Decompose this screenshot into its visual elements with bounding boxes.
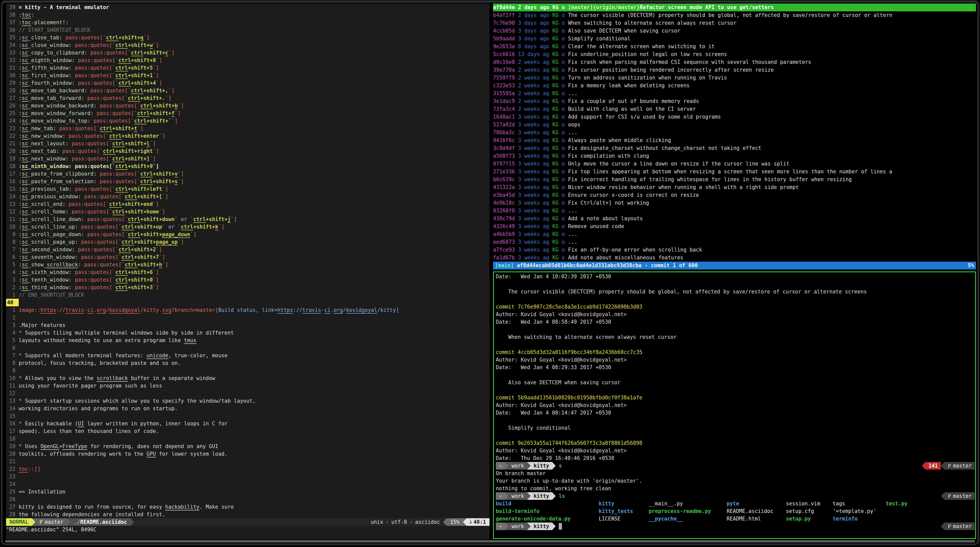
vim-line[interactable]: 34:sc_close_window: pass:quotes[`ctrl+sh… — [6, 41, 490, 49]
vim-line[interactable]: 2 — [6, 314, 490, 322]
vim-line[interactable]: 39= kitty - A terminal emulator — [6, 3, 490, 11]
log-row[interactable]: b4af2ff2 days agoKGoThe cursor visible (… — [493, 11, 976, 19]
vim-line[interactable]: 26 — [6, 496, 490, 503]
tig-log-pane[interactable]: af8d44e2 days agoKGo[master]{origin/mast… — [493, 3, 976, 270]
vim-line[interactable]: 24:sc_move_window_to_top: pass:quotes[`c… — [6, 117, 490, 125]
vim-line[interactable]: 18:sc_ninth_window: pass:quotes[`ctrl+sh… — [6, 162, 490, 170]
vim-line[interactable]: 29:sc_fourth_window: pass:quotes[`ctrl+s… — [6, 79, 490, 87]
vim-line[interactable]: 32:sc_eighth_window: pass:quotes[`ctrl+s… — [6, 57, 490, 64]
log-row[interactable]: b6c639c3 weeks agKGoFix incorrect handli… — [493, 176, 976, 184]
vim-line[interactable]: 9:sc_scroll_page_down: pass:quotes[`ctrl… — [6, 231, 490, 238]
vim-line[interactable]: 37:toc-placement!: — [6, 19, 490, 26]
log-row[interactable]: 4326c493 weeks agKGoRemove unused code — [493, 222, 976, 230]
vim-line[interactable]: 4:sc_sixth_window: pass:quotes[`ctrl+shi… — [6, 268, 490, 276]
log-row[interactable]: 5cc661613 days agKGoFix underline_positi… — [493, 51, 976, 58]
vim-line[interactable]: 2:sc_third_window: pass:quotes[`ctrl+shi… — [6, 284, 490, 291]
vim-line[interactable]: 22toc::[] — [6, 465, 490, 473]
vim-line[interactable]: 5:sc_show_scrollback: pass:quotes[`ctrl+… — [6, 261, 490, 268]
vim-line[interactable]: 25:sc_move_window_forward: pass:quotes[`… — [6, 109, 490, 117]
log-row[interactable]: 271e3363 weeks agKGoFix top lines appear… — [493, 168, 976, 176]
vim-line[interactable]: 27kitty is designed to run from source, … — [6, 503, 490, 511]
vim-line[interactable]: 23:sc_new_tab: pass:quotes[`ctrl+shift+t… — [6, 125, 490, 132]
vim-line[interactable]: 30:sc_first_window: pass:quotes[`ctrl+sh… — [6, 72, 490, 79]
log-row[interactable]: a7fce933 weeks agKGoFix an off-by-one er… — [493, 246, 976, 254]
log-row[interactable]: 03260f03 weeks agKGo... — [493, 207, 976, 215]
vim-line[interactable]: 27:sc_move_tab_forward: pass:quotes[`ctr… — [6, 94, 490, 102]
vim-line[interactable]: 7* Supports all modern terminal features… — [6, 352, 490, 359]
log-row[interactable]: c323e532 weeks agKGoFix a memory leak wh… — [493, 82, 976, 90]
log-row[interactable]: fa1d67b3 weeks agKGoAdd note about misce… — [493, 254, 976, 262]
log-row[interactable]: 7c76e903 days agoKGoWhen switching to al… — [493, 19, 976, 27]
vim-line[interactable]: 5layouts without needing to use an extra… — [6, 336, 490, 344]
log-row[interactable]: 527a92d3 weeks agKGooops — [493, 121, 976, 129]
vim-line[interactable]: 38:toc: — [6, 11, 490, 19]
log-row[interactable]: 431322a3 weeks agKGoNicer window resize … — [493, 184, 976, 191]
vim-line[interactable]: 4* Supports tiling multiple terminal win… — [6, 329, 490, 336]
vim-line[interactable]: 14:sc_previous_window: pass:quotes[`ctrl… — [6, 193, 490, 200]
vim-line[interactable]: 1image::https://travis-ci.org/kovidgoyal… — [6, 306, 490, 314]
log-row[interactable]: 9416f6c3 weeks agKGoAlways paste when mi… — [493, 136, 976, 144]
vim-line[interactable]: 21 — [6, 458, 490, 465]
vim-line[interactable]: 33:sc_copy_to_clipboard: pass:quotes[`ct… — [6, 49, 490, 57]
log-row[interactable]: eed68733 weeks agKGo... — [493, 238, 976, 246]
vim-line[interactable]: 19* Uses OpenGL+FreeType for rendering, … — [6, 442, 490, 450]
vim-line[interactable]: 25== Installation — [6, 488, 490, 496]
log-row[interactable]: 0797f153 weeks agKGoOnly move the cursor… — [493, 160, 976, 168]
vim-line[interactable]: 28:sc_move_tab_backward: pass:quotes[`ct… — [6, 87, 490, 94]
vim-line[interactable]: 35:sc_close_tab: pass:quotes[`ctrl+shift… — [6, 34, 490, 41]
log-row[interactable]: 786ba3c3 weeks agKGo... — [493, 129, 976, 136]
log-row[interactable]: d0c16e82 weeks agKGoFix crash when parsi… — [493, 58, 976, 66]
vim-line[interactable]: 13:sc_scroll_end: pass:quotes[`ctrl+shif… — [6, 200, 490, 208]
log-row[interactable]: 7559ff92 weeks agKGoTurn on address sani… — [493, 74, 976, 82]
vim-line[interactable]: 26:sc_move_window_backward: pass:quotes[… — [6, 102, 490, 109]
vim-line[interactable]: 21:sc_next_layout: pass:quotes[`ctrl+shi… — [6, 140, 490, 147]
vim-line[interactable]: 8protocol, focus tracking, bracketed pas… — [6, 359, 490, 367]
vim-line[interactable]: 31:sc_fifth_window: pass:quotes[`ctrl+sh… — [6, 64, 490, 72]
log-row[interactable]: 9e2653a8 days agoKGoClear the alternate … — [493, 43, 976, 51]
vim-line[interactable]: 16:sc_paste_from_selection: pass:quotes[… — [6, 178, 490, 185]
typed-command[interactable]: s — [559, 462, 562, 469]
vim-line[interactable]: 8:sc_scroll_page_up: pass:quotes[`ctrl+s… — [6, 238, 490, 246]
shell-prompt-line[interactable]: ~workkittymaster — [496, 523, 975, 530]
vim-line[interactable]: 20toolkits, offloads rendering work to t… — [6, 450, 490, 458]
log-row[interactable]: 39e770a2 weeks agKGoFix cursor position … — [493, 66, 976, 74]
log-row[interactable]: a568f733 weeks agKGoFix compilation with… — [493, 152, 976, 160]
vim-pane[interactable]: 39= kitty - A terminal emulator38:toc:37… — [6, 3, 490, 539]
vim-line[interactable]: 12:sc_scroll_home: pass:quotes[`ctrl+shi… — [6, 208, 490, 216]
log-row[interactable]: a4bb5b93 weeks agKGo... — [493, 230, 976, 238]
log-row[interactable]: 4e9b10c3 weeks agKGoFix Ctrl/alt+] not w… — [493, 199, 976, 207]
vim-line[interactable]: 23 — [6, 473, 490, 480]
vim-line[interactable]: 15 — [6, 412, 490, 420]
vim-line[interactable]: 7:sc_second_window: pass:quotes[`ctrl+sh… — [6, 246, 490, 253]
vim-line[interactable]: 1// END_SHORTCUT_BLOCK — [6, 291, 490, 299]
vim-line[interactable]: 19:sc_next_window: pass:quotes[`ctrl+shi… — [6, 155, 490, 162]
vim-line[interactable]: 24 — [6, 480, 490, 488]
terminal-cursor[interactable] — [559, 523, 562, 530]
log-row[interactable]: 3e1dac92 weeks agKGoFix a couple of out … — [493, 97, 976, 105]
vim-line[interactable]: 3.Major features — [6, 322, 490, 329]
vim-line[interactable]: 20:sc_next_tab: pass:quotes[`ctrl+shift+… — [6, 147, 490, 155]
typed-command[interactable]: ls — [559, 492, 565, 500]
shell-prompt-line[interactable]: ~workkittylsmaster — [496, 492, 975, 500]
log-row[interactable]: af8d44e2 days agoKGo[master]{origin/mast… — [493, 3, 976, 11]
vim-line[interactable]: 3:sc_tenth_window: pass:quotes[`ctrl+shi… — [6, 276, 490, 284]
git-shell-pane[interactable]: Date: Wed Jan 4 10:02:39 2017 +0530 The … — [493, 271, 976, 539]
log-row[interactable]: 430c79d3 weeks agKGoAdd a note about lay… — [493, 215, 976, 222]
vim-line[interactable]: 10* Allows you to view the scrollback bu… — [6, 374, 490, 382]
vim-line[interactable]: 6:sc_seventh_window: pass:quotes[`ctrl+s… — [6, 253, 490, 261]
vim-line[interactable]: 16* Easily hackable (UI layer written in… — [6, 420, 490, 427]
vim-line[interactable]: 10:sc_scroll_line_up: pass:quotes[`ctrl+… — [6, 223, 490, 231]
vim-line[interactable]: 14working directories and programs to ru… — [6, 405, 490, 412]
vim-line[interactable]: 11using your favorite pager program such… — [6, 382, 490, 390]
log-row[interactable]: 4ccb05d3 days agoKGoAlso save DECTCEM wh… — [493, 27, 976, 35]
vim-line[interactable]: 22:sc_new_window: pass:quotes[`ctrl+shif… — [6, 132, 490, 140]
vim-line[interactable]: 11:sc_scroll_line_down: pass:quotes[`ctr… — [6, 216, 490, 223]
vim-line[interactable]: 15:sc_previous_tab: pass:quotes[`ctrl+sh… — [6, 185, 490, 193]
log-row[interactable]: 1648ac13 weeks agKGoAdd support for CSI … — [493, 113, 976, 121]
vim-line[interactable]: 9 — [6, 367, 490, 374]
log-row[interactable]: 315595a2 weeks agKGo... — [493, 90, 976, 97]
vim-line[interactable]: 17speed). Less than ten thousand lines o… — [6, 427, 490, 435]
vim-line[interactable]: 40 — [6, 299, 490, 306]
log-row[interactable]: e3ba45d3 weeks agKGoEnsure cursor x-coor… — [493, 191, 976, 199]
vim-line[interactable]: 28the following dependencies are install… — [6, 511, 490, 518]
